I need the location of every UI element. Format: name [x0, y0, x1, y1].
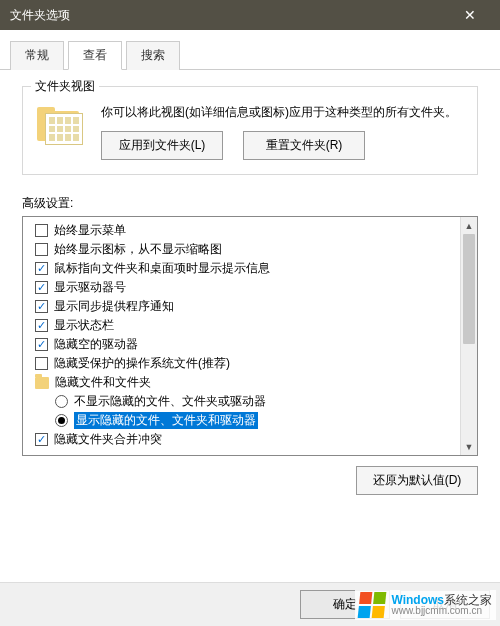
list-item-label: 鼠标指向文件夹和桌面项时显示提示信息	[54, 260, 270, 277]
checkbox[interactable]	[35, 224, 48, 237]
checkbox[interactable]	[35, 281, 48, 294]
tabstrip: 常规 查看 搜索	[0, 30, 500, 70]
list-item[interactable]: 隐藏文件夹合并冲突	[25, 430, 458, 449]
watermark: Windows系统之家 www.bjjcmm.com.cn	[355, 590, 496, 620]
list-item-label: 显示隐藏的文件、文件夹和驱动器	[74, 412, 258, 429]
advanced-listbox: 始终显示菜单始终显示图标，从不显示缩略图鼠标指向文件夹和桌面项时显示提示信息显示…	[22, 216, 478, 456]
list-item-label: 始终显示图标，从不显示缩略图	[54, 241, 222, 258]
content-area: 文件夹视图 你可以将此视图(如详细信息或图标)应用于这种类型的所有文件夹。 应用…	[0, 70, 500, 495]
list-item[interactable]: 不显示隐藏的文件、文件夹或驱动器	[25, 392, 458, 411]
advanced-list[interactable]: 始终显示菜单始终显示图标，从不显示缩略图鼠标指向文件夹和桌面项时显示提示信息显示…	[23, 217, 460, 455]
list-item[interactable]: 显示隐藏的文件、文件夹和驱动器	[25, 411, 458, 430]
checkbox[interactable]	[35, 300, 48, 313]
list-item-label: 显示驱动器号	[54, 279, 126, 296]
windows-logo-icon	[358, 592, 387, 618]
list-item-label: 不显示隐藏的文件、文件夹或驱动器	[74, 393, 266, 410]
watermark-text: Windows系统之家 www.bjjcmm.com.cn	[391, 594, 492, 616]
scroll-thumb[interactable]	[463, 234, 475, 344]
list-item[interactable]: 始终显示图标，从不显示缩略图	[25, 240, 458, 259]
list-item[interactable]: 隐藏受保护的操作系统文件(推荐)	[25, 354, 458, 373]
tab-view[interactable]: 查看	[68, 41, 122, 70]
apply-to-folders-button[interactable]: 应用到文件夹(L)	[101, 131, 223, 160]
list-item-label: 显示同步提供程序通知	[54, 298, 174, 315]
list-item[interactable]: 显示状态栏	[25, 316, 458, 335]
list-item[interactable]: 隐藏空的驱动器	[25, 335, 458, 354]
advanced-settings-label: 高级设置:	[22, 195, 478, 212]
list-item[interactable]: 显示驱动器号	[25, 278, 458, 297]
folder-icon	[35, 377, 49, 389]
list-item[interactable]: 鼠标指向文件夹和桌面项时显示提示信息	[25, 259, 458, 278]
list-item-label: 显示状态栏	[54, 317, 114, 334]
checkbox[interactable]	[35, 433, 48, 446]
folder-view-icon	[37, 107, 85, 147]
checkbox[interactable]	[35, 262, 48, 275]
scroll-down-arrow[interactable]: ▼	[461, 438, 477, 455]
checkbox[interactable]	[35, 357, 48, 370]
close-button[interactable]: ✕	[450, 0, 490, 30]
titlebar: 文件夹选项 ✕	[0, 0, 500, 30]
checkbox[interactable]	[35, 243, 48, 256]
list-item[interactable]: 始终显示菜单	[25, 221, 458, 240]
tab-general[interactable]: 常规	[10, 41, 64, 70]
vertical-scrollbar[interactable]: ▲ ▼	[460, 217, 477, 455]
list-item-label: 隐藏受保护的操作系统文件(推荐)	[54, 355, 230, 372]
window-title: 文件夹选项	[10, 7, 70, 24]
checkbox[interactable]	[35, 338, 48, 351]
list-item-label: 隐藏空的驱动器	[54, 336, 138, 353]
group-legend: 文件夹视图	[31, 78, 99, 95]
restore-defaults-button[interactable]: 还原为默认值(D)	[356, 466, 478, 495]
watermark-url: www.bjjcmm.com.cn	[391, 606, 492, 616]
scroll-track[interactable]	[461, 234, 477, 438]
scroll-up-arrow[interactable]: ▲	[461, 217, 477, 234]
list-item-label: 隐藏文件和文件夹	[55, 374, 151, 391]
checkbox[interactable]	[35, 319, 48, 332]
list-item-label: 始终显示菜单	[54, 222, 126, 239]
folder-views-group: 文件夹视图 你可以将此视图(如详细信息或图标)应用于这种类型的所有文件夹。 应用…	[22, 86, 478, 175]
group-description: 你可以将此视图(如详细信息或图标)应用于这种类型的所有文件夹。	[101, 103, 463, 121]
list-item-label: 隐藏文件夹合并冲突	[54, 431, 162, 448]
list-item[interactable]: 显示同步提供程序通知	[25, 297, 458, 316]
reset-folders-button[interactable]: 重置文件夹(R)	[243, 131, 365, 160]
list-item[interactable]: 隐藏文件和文件夹	[25, 373, 458, 392]
tab-search[interactable]: 搜索	[126, 41, 180, 70]
radio[interactable]	[55, 395, 68, 408]
radio[interactable]	[55, 414, 68, 427]
close-icon: ✕	[464, 7, 476, 23]
